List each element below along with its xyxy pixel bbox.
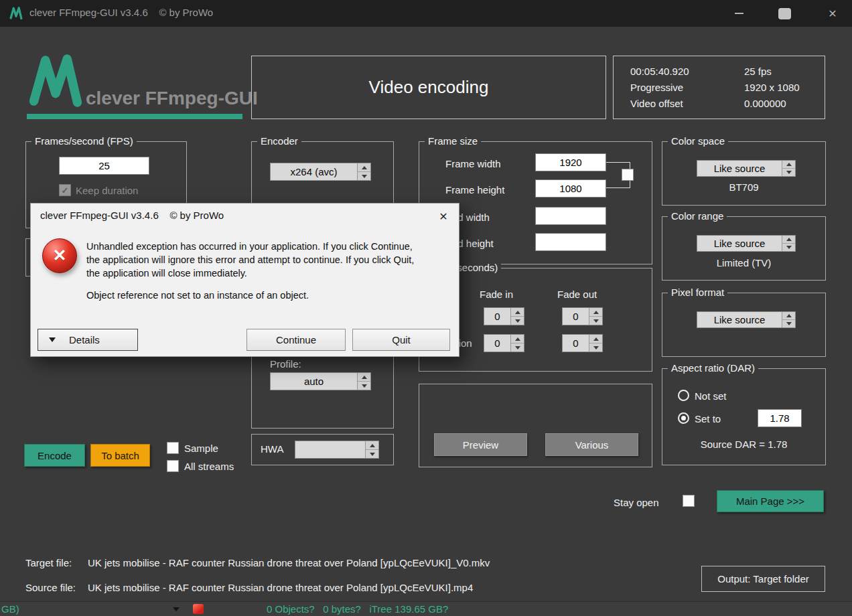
pad-width-input[interactable] — [535, 207, 606, 225]
spinner-down-icon[interactable] — [358, 172, 370, 180]
media-resolution: 1920 x 1080 — [744, 82, 800, 93]
dar-set-to-label: Set to — [695, 413, 721, 425]
color-range-select[interactable]: Like source — [697, 235, 796, 252]
dar-not-set-radio[interactable] — [678, 390, 689, 401]
profile-value: auto — [271, 373, 357, 390]
dar-set-to-radio[interactable] — [678, 412, 689, 424]
fade-out-spin-buttons[interactable] — [589, 308, 602, 325]
spinner-up-icon[interactable] — [511, 308, 524, 317]
hwa-value — [295, 441, 365, 458]
fade-duration-out-spinner[interactable]: 0 — [562, 334, 603, 352]
source-dar-label: Source DAR = 1.78 — [662, 439, 826, 450]
color-space-detail: BT709 — [662, 181, 826, 193]
background-left-fragment: GB) — [1, 603, 19, 615]
error-dialog: clever FFmpeg-GUI v3.4.6 © by ProWo ✕ ✕ … — [30, 203, 459, 357]
background-status-fragment: 0 Objects? 0 bytes? iTree 139.65 GB? — [267, 603, 448, 615]
main-page-button[interactable]: Main Page >>> — [717, 490, 824, 512]
continue-button[interactable]: Continue — [246, 329, 346, 351]
hwa-select[interactable] — [295, 441, 379, 459]
details-button[interactable]: Details — [38, 329, 138, 351]
titlebar: clever FFmpeg-GUI v3.4.6 © by ProWo ✕ — [0, 0, 852, 27]
maximize-button[interactable] — [769, 0, 800, 27]
pixel-format-select[interactable]: Like source — [697, 311, 796, 328]
fade-out-label: Fade out — [557, 289, 597, 300]
size-link-checkbox[interactable] — [622, 169, 634, 181]
maximize-icon — [778, 8, 791, 19]
fade-duration-out-spin-buttons[interactable] — [589, 335, 602, 352]
spinner-down-icon[interactable] — [511, 317, 524, 325]
dialog-close-icon: ✕ — [439, 210, 447, 223]
media-scan: Progressive — [630, 82, 683, 93]
app-icon — [9, 6, 23, 21]
pixel-format-value: Like source — [697, 312, 782, 327]
spinner-down-icon[interactable] — [782, 244, 795, 251]
dar-value-input[interactable] — [758, 409, 802, 427]
error-message: Unhandled exception has occurred in your… — [86, 240, 425, 280]
encode-button[interactable]: Encode — [24, 444, 85, 467]
minimize-icon — [735, 13, 743, 14]
close-button[interactable]: ✕ — [817, 0, 848, 27]
app-logo-icon — [27, 51, 84, 112]
output-target-folder-button[interactable]: Output: Target folder — [701, 566, 825, 592]
fade-duration-in-spin-buttons[interactable] — [510, 335, 524, 352]
profile-spin-buttons[interactable] — [357, 373, 370, 390]
details-button-label: Details — [69, 334, 100, 345]
spinner-down-icon[interactable] — [589, 317, 602, 325]
spinner-down-icon[interactable] — [511, 343, 524, 352]
preview-button[interactable]: Preview — [434, 433, 527, 456]
spinner-up-icon[interactable] — [782, 161, 795, 169]
window-title: clever FFmpeg-GUI v3.4.6 © by ProWo — [29, 7, 213, 18]
spinner-down-icon[interactable] — [782, 169, 795, 176]
spinner-down-icon[interactable] — [366, 450, 378, 458]
frame-height-input[interactable] — [535, 179, 606, 198]
color-range-spin-buttons[interactable] — [782, 236, 795, 251]
aspect-ratio-group-title: Aspect ratio (DAR) — [668, 362, 758, 374]
color-space-spin-buttons[interactable] — [782, 161, 795, 176]
spinner-up-icon[interactable] — [366, 441, 378, 450]
spinner-down-icon[interactable] — [589, 343, 602, 352]
color-space-select[interactable]: Like source — [697, 160, 796, 177]
spinner-up-icon[interactable] — [358, 373, 370, 382]
minimize-button[interactable] — [723, 0, 754, 27]
media-info-box: 00:05:40.920 25 fps Progressive 1920 x 1… — [613, 56, 825, 119]
fade-in-spinner[interactable]: 0 — [484, 307, 524, 325]
spinner-up-icon[interactable] — [782, 236, 795, 244]
fade-in-spin-buttons[interactable] — [510, 308, 524, 325]
keep-duration-label: Keep duration — [76, 185, 138, 196]
spinner-down-icon[interactable] — [782, 320, 795, 327]
stay-open-checkbox[interactable] — [683, 495, 695, 507]
media-offset-label: Video offset — [630, 98, 683, 109]
dar-not-set-label: Not set — [695, 390, 727, 402]
media-fps: 25 fps — [744, 66, 772, 77]
color-space-group-title: Color space — [668, 135, 728, 147]
all-streams-label: All streams — [184, 461, 234, 472]
pixel-format-spin-buttons[interactable] — [782, 312, 795, 327]
frame-width-input[interactable] — [535, 153, 606, 171]
spinner-down-icon[interactable] — [358, 382, 370, 390]
details-arrow-icon — [49, 337, 56, 342]
various-button[interactable]: Various — [545, 433, 638, 456]
profile-select[interactable]: auto — [270, 372, 371, 390]
to-batch-button[interactable]: To batch — [90, 444, 150, 467]
fade-out-spinner[interactable]: 0 — [562, 307, 603, 325]
sample-checkbox[interactable] — [167, 442, 179, 454]
pad-height-input[interactable] — [535, 233, 606, 251]
spinner-up-icon[interactable] — [589, 335, 602, 343]
error-x-icon: ✕ — [53, 246, 67, 265]
encoder-spin-buttons[interactable] — [357, 163, 370, 180]
fade-duration-in-spinner[interactable]: 0 — [484, 334, 524, 352]
encoder-select[interactable]: x264 (avc) — [270, 163, 371, 181]
dialog-close-button[interactable]: ✕ — [433, 207, 453, 226]
background-app-icon — [193, 604, 204, 614]
media-time: 00:05:40.920 — [630, 66, 689, 77]
fade-out-value: 0 — [563, 308, 589, 325]
hwa-spin-buttons[interactable] — [365, 441, 378, 458]
spinner-up-icon[interactable] — [589, 308, 602, 317]
spinner-up-icon[interactable] — [782, 312, 795, 320]
background-caret-icon — [173, 607, 180, 611]
spinner-up-icon[interactable] — [358, 163, 370, 172]
spinner-up-icon[interactable] — [511, 335, 524, 343]
fps-input[interactable] — [59, 157, 149, 175]
quit-button[interactable]: Quit — [352, 329, 450, 351]
all-streams-checkbox[interactable] — [167, 460, 179, 472]
